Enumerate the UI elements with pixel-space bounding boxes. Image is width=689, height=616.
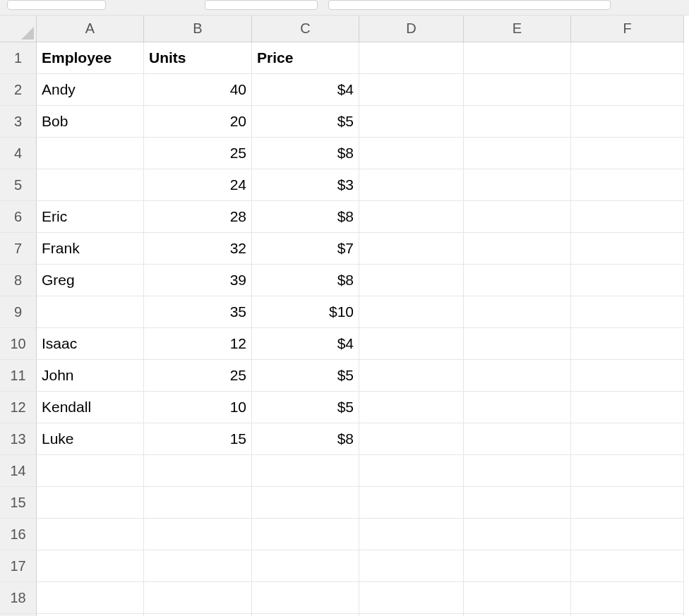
units-cell[interactable]: 12 (144, 328, 252, 360)
cell-F17[interactable] (571, 550, 684, 582)
cell-E6[interactable] (464, 201, 571, 233)
row-header-14[interactable]: 14 (0, 455, 37, 487)
column-header-D[interactable]: D (359, 16, 464, 42)
price-cell[interactable]: $10 (252, 296, 359, 328)
cell-D7[interactable] (359, 233, 464, 265)
column-header-C[interactable]: C (252, 16, 359, 42)
cell-D5[interactable] (359, 169, 464, 201)
cell-E15[interactable] (464, 487, 571, 519)
column-header-A[interactable]: A (37, 16, 144, 42)
price-cell[interactable]: $7 (252, 233, 359, 265)
cell-F12[interactable] (571, 392, 684, 423)
column-header-F[interactable]: F (571, 16, 684, 42)
cell-B16[interactable] (144, 519, 252, 550)
cell-C14[interactable] (252, 455, 359, 487)
spreadsheet-grid[interactable]: ABCDEF1EmployeeUnitsPrice2Andy40$43Bob20… (0, 16, 689, 616)
price-cell[interactable]: $8 (252, 201, 359, 233)
cell-F11[interactable] (571, 360, 684, 392)
cell-E8[interactable] (464, 265, 571, 296)
units-cell[interactable]: 28 (144, 201, 252, 233)
cell-F10[interactable] (571, 328, 684, 360)
units-cell[interactable]: 10 (144, 392, 252, 423)
cell-E12[interactable] (464, 392, 571, 423)
cell-F14[interactable] (571, 455, 684, 487)
units-cell[interactable]: 25 (144, 138, 252, 169)
cell-F8[interactable] (571, 265, 684, 296)
units-cell[interactable]: 32 (144, 233, 252, 265)
units-cell[interactable]: 35 (144, 296, 252, 328)
employee-cell[interactable]: John (37, 360, 144, 392)
cell-F5[interactable] (571, 169, 684, 201)
cell-E2[interactable] (464, 74, 571, 106)
row-header-4[interactable]: 4 (0, 138, 37, 169)
row-header-7[interactable]: 7 (0, 233, 37, 265)
employee-cell[interactable]: Isaac (37, 328, 144, 360)
row-header-1[interactable]: 1 (0, 42, 37, 74)
row-header-16[interactable]: 16 (0, 519, 37, 550)
cell-E17[interactable] (464, 550, 571, 582)
row-header-9[interactable]: 9 (0, 296, 37, 328)
employee-cell[interactable]: Eric (37, 201, 144, 233)
cell-C15[interactable] (252, 487, 359, 519)
cell-D6[interactable] (359, 201, 464, 233)
header-price[interactable]: Price (252, 42, 359, 74)
cell-E16[interactable] (464, 519, 571, 550)
cell-D13[interactable] (359, 423, 464, 455)
cell-F13[interactable] (571, 423, 684, 455)
employee-cell[interactable] (37, 138, 144, 169)
cell-F16[interactable] (571, 519, 684, 550)
units-cell[interactable]: 39 (144, 265, 252, 296)
price-cell[interactable]: $8 (252, 138, 359, 169)
cell-F7[interactable] (571, 233, 684, 265)
price-cell[interactable]: $3 (252, 169, 359, 201)
row-header-8[interactable]: 8 (0, 265, 37, 296)
column-header-E[interactable]: E (464, 16, 571, 42)
price-cell[interactable]: $8 (252, 423, 359, 455)
cell-A15[interactable] (37, 487, 144, 519)
price-cell[interactable]: $5 (252, 392, 359, 423)
name-box[interactable] (7, 0, 106, 10)
cell-B17[interactable] (144, 550, 252, 582)
employee-cell[interactable]: Bob (37, 106, 144, 138)
row-header-12[interactable]: 12 (0, 392, 37, 423)
cell-E10[interactable] (464, 328, 571, 360)
cell-A18[interactable] (37, 582, 144, 614)
cell-E5[interactable] (464, 169, 571, 201)
cell-E4[interactable] (464, 138, 571, 169)
cell-D16[interactable] (359, 519, 464, 550)
cell-D3[interactable] (359, 106, 464, 138)
cell-E3[interactable] (464, 106, 571, 138)
cell-E9[interactable] (464, 296, 571, 328)
cell-E18[interactable] (464, 582, 571, 614)
cell-C16[interactable] (252, 519, 359, 550)
employee-cell[interactable]: Frank (37, 233, 144, 265)
row-header-10[interactable]: 10 (0, 328, 37, 360)
cell-E13[interactable] (464, 423, 571, 455)
cell-D2[interactable] (359, 74, 464, 106)
units-cell[interactable]: 24 (144, 169, 252, 201)
cell-F6[interactable] (571, 201, 684, 233)
cell-A14[interactable] (37, 455, 144, 487)
header-employee[interactable]: Employee (37, 42, 144, 74)
cell-A16[interactable] (37, 519, 144, 550)
cell-D12[interactable] (359, 392, 464, 423)
employee-cell[interactable]: Luke (37, 423, 144, 455)
cell-A17[interactable] (37, 550, 144, 582)
employee-cell[interactable]: Andy (37, 74, 144, 106)
units-cell[interactable]: 15 (144, 423, 252, 455)
cell-D8[interactable] (359, 265, 464, 296)
cell-F9[interactable] (571, 296, 684, 328)
cell-E7[interactable] (464, 233, 571, 265)
units-cell[interactable]: 25 (144, 360, 252, 392)
cell-E1[interactable] (464, 42, 571, 74)
row-header-11[interactable]: 11 (0, 360, 37, 392)
cell-E14[interactable] (464, 455, 571, 487)
cell-B18[interactable] (144, 582, 252, 614)
cell-D17[interactable] (359, 550, 464, 582)
cell-D15[interactable] (359, 487, 464, 519)
cell-F18[interactable] (571, 582, 684, 614)
price-cell[interactable]: $8 (252, 265, 359, 296)
cell-C17[interactable] (252, 550, 359, 582)
employee-cell[interactable] (37, 169, 144, 201)
column-header-B[interactable]: B (144, 16, 252, 42)
